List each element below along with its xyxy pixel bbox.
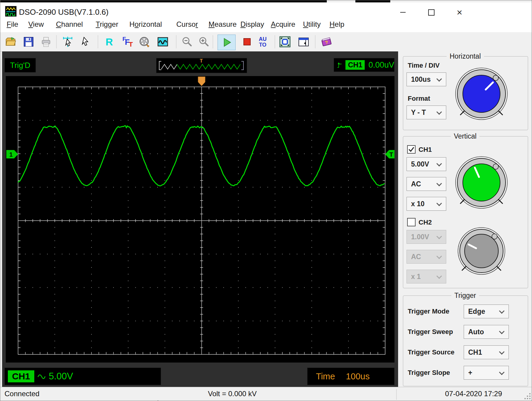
fft-icon: F F T <box>120 35 133 48</box>
menu-channel[interactable]: Channel <box>54 17 85 32</box>
ch2-probe-value: x 1 <box>411 273 421 281</box>
time-div-select[interactable]: 100us <box>407 72 446 86</box>
open-folder-icon <box>5 36 17 48</box>
time-div-value: 100us <box>411 75 431 84</box>
menu-horizontal[interactable]: Horizontal <box>128 17 164 32</box>
trigger-mode-value: Edge <box>468 308 485 316</box>
ch2-volts-select: 1.00V <box>407 230 446 244</box>
svg-text:T: T <box>129 41 133 48</box>
menu-view[interactable]: View <box>26 17 46 32</box>
ch1-position-marker[interactable]: 1 <box>6 150 18 158</box>
close-icon: × <box>457 9 462 15</box>
trigger-sweep-label: Trigger Sweep <box>408 328 453 336</box>
menu-help[interactable]: Help <box>328 17 346 32</box>
menu-utility[interactable]: Utility <box>301 17 323 32</box>
menu-file[interactable]: File <box>5 17 20 32</box>
fullscreen-button[interactable] <box>278 35 292 48</box>
toolbar: R F F T <box>0 32 532 52</box>
ch2-checkbox[interactable] <box>407 218 416 226</box>
start-acquisition-button[interactable] <box>218 35 236 50</box>
stop-acquisition-button[interactable] <box>240 35 254 48</box>
menu-display[interactable]: Display <box>239 17 266 32</box>
top-border-strip <box>0 0 327 2</box>
window-layout-icon <box>297 35 310 48</box>
close-button[interactable]: × <box>450 8 469 17</box>
toolbar-separator <box>275 35 275 48</box>
ch1-volts-select[interactable]: 5.00V <box>407 157 446 171</box>
time-div-label: Time / DIV <box>408 62 440 69</box>
menu-bar: FileViewChannelTriggerHorizontalCursorMe… <box>0 17 532 32</box>
title-bar: DSO-2090 USB(V7.1.0.6) × <box>0 2 532 17</box>
maximize-button[interactable] <box>422 8 440 17</box>
menu-measure[interactable]: Measure <box>207 17 238 32</box>
zoom-in-button[interactable] <box>197 35 210 48</box>
trigger-slope-select[interactable]: + <box>464 366 509 380</box>
r-glyph: R <box>106 36 113 47</box>
select-cursor-button[interactable] <box>79 35 92 48</box>
zoom-out-button[interactable] <box>180 35 193 48</box>
channel-badge[interactable]: CH1 <box>8 370 34 382</box>
resize-grip[interactable] <box>523 391 530 399</box>
svg-text:AU: AU <box>259 36 267 42</box>
menu-acquire[interactable]: Acquire <box>269 17 297 32</box>
trigger-level-marker[interactable]: T <box>385 150 394 158</box>
waveform-image-button[interactable] <box>156 35 169 48</box>
measure-cursor-button[interactable] <box>61 35 74 48</box>
format-select[interactable]: Y - T <box>407 106 446 119</box>
arrow-cursor-icon <box>80 36 92 48</box>
trigger-mode-select[interactable]: Edge <box>464 305 509 318</box>
check-icon <box>408 146 415 153</box>
ch1-coupling-select[interactable]: AC <box>407 177 446 191</box>
time-label: Time <box>316 372 335 381</box>
minimize-icon <box>400 12 406 13</box>
ch2-coupling-value: AC <box>411 253 421 261</box>
horizontal-knob[interactable] <box>450 62 513 127</box>
trigger-source-select[interactable]: CH1 <box>464 345 509 359</box>
auto-setup-button[interactable]: AU TO <box>256 35 269 48</box>
scope-screen: 1T <box>6 76 394 363</box>
svg-text:TO: TO <box>259 42 267 48</box>
trigger-source-value: CH1 <box>468 348 482 357</box>
transfer-status-clipped: 0.0%5.0 MB0 MB/s0 MB <box>36 399 247 401</box>
print-button[interactable] <box>39 35 53 48</box>
acquisition-preview[interactable]: T <box>156 58 247 73</box>
ch1-position-knob[interactable] <box>450 151 513 215</box>
ch1-label: CH1 <box>419 146 432 154</box>
format-value: Y - T <box>411 109 426 117</box>
channel-readout: CH1 5.00V <box>5 368 161 385</box>
open-file-button[interactable] <box>4 35 17 48</box>
volt-readout: Volt = 0.000 kV <box>208 390 257 398</box>
app-icon <box>5 6 17 17</box>
minimize-button[interactable] <box>394 8 412 17</box>
menu-trigger[interactable]: Trigger <box>94 17 120 32</box>
menu-cursor[interactable]: Cursor <box>175 17 200 32</box>
help-book-icon: ? <box>320 35 333 48</box>
ch1-volts-value: 5.00V <box>411 160 429 168</box>
measure-cursor-icon <box>61 35 74 48</box>
trigger-source-label: Trigger Source <box>408 348 454 356</box>
record-button[interactable] <box>138 35 151 48</box>
window-layout-button[interactable] <box>297 35 310 48</box>
ch1-probe-select[interactable]: x 10 <box>407 197 446 211</box>
format-label: Format <box>408 95 430 103</box>
save-button[interactable] <box>22 35 35 48</box>
trigger-time-marker[interactable] <box>198 77 205 86</box>
refresh-button[interactable]: R <box>103 35 116 48</box>
volts-div-readout: 5.00V <box>49 371 73 382</box>
trigger-sweep-select[interactable]: Auto <box>464 325 509 339</box>
toolbar-separator <box>213 35 213 48</box>
ch1-checkbox[interactable] <box>407 145 416 154</box>
trigger-status-badge: Trig'D <box>5 58 36 72</box>
datetime: 07-04-2020 17:29 <box>445 390 502 398</box>
fullscreen-icon <box>279 35 291 48</box>
sine-symbol-icon <box>37 373 46 380</box>
help-button[interactable]: ? <box>320 35 333 48</box>
stop-icon <box>241 36 253 48</box>
ch1-coupling-value: AC <box>411 180 421 188</box>
trigger-group-title: Trigger <box>451 292 479 300</box>
trigger-level-readout: 0.00uV <box>368 60 394 70</box>
printer-icon <box>40 36 52 48</box>
toolbar-separator <box>315 35 315 48</box>
svg-text:1: 1 <box>9 151 13 158</box>
fft-button[interactable]: F F T <box>120 35 133 48</box>
